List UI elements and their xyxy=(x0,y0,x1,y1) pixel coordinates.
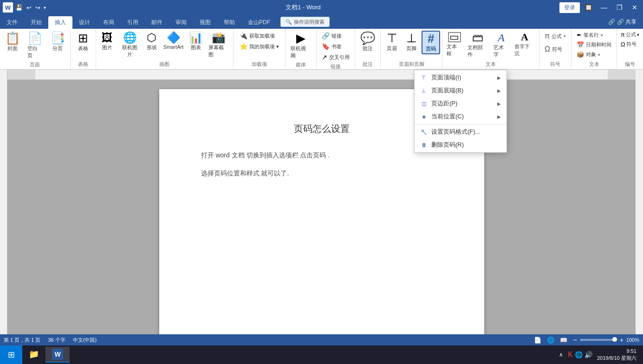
page-break-button[interactable]: 📑 分页 xyxy=(47,31,68,53)
doc-parts-button[interactable]: 🗃 文档部件 xyxy=(465,31,490,59)
object-button[interactable]: 📦 对象 ▾ xyxy=(573,50,615,59)
ribbon-group-addin: 🔌 获取加载项 ⭐ 我的加载项 ▾ 加载项 xyxy=(234,29,286,69)
date-display: 2019/8/10 星期六 xyxy=(597,355,637,362)
tab-layout[interactable]: 布局 xyxy=(97,16,121,29)
menu-item-current-label: 当前位置(C) xyxy=(431,112,494,121)
hyperlink-button[interactable]: 🔗 链接 xyxy=(318,31,353,41)
view-mode-read[interactable]: 📖 xyxy=(560,337,567,344)
zoom-in-button[interactable]: + xyxy=(620,336,624,344)
symbol-button[interactable]: Ω 符号 xyxy=(541,44,565,55)
cover-label: 封面 xyxy=(7,45,18,52)
cross-ref-button[interactable]: ↗ 交叉引用 xyxy=(318,52,353,62)
equation-icon: π xyxy=(545,32,550,40)
numbering-top-button[interactable]: π 公式 ▾ xyxy=(619,31,641,39)
zoom-slider-track[interactable] xyxy=(580,339,617,341)
language-status[interactable]: 中文(中国) xyxy=(73,337,97,344)
view-mode-web[interactable]: 🌐 xyxy=(547,337,554,344)
screenshot-button[interactable]: 📸 屏幕截图 xyxy=(206,31,231,59)
taskbar-item-word[interactable]: W xyxy=(45,347,70,363)
bookmark-button[interactable]: 🔖 书签 xyxy=(318,41,353,52)
taskbar-item-explorer[interactable]: 📁 xyxy=(22,347,45,362)
tab-insert[interactable]: 插入 xyxy=(48,16,72,29)
tab-review[interactable]: 审阅 xyxy=(169,16,193,29)
menu-separator xyxy=(415,124,507,124)
word-status-bar: 第 1 页，共 1 页 36 个字 中文(中国) 📄 🌐 📖 − + 100% xyxy=(0,334,643,345)
page-count-status: 第 1 页，共 1 页 xyxy=(4,337,40,344)
menu-item-margin[interactable]: ◫ 页边距(P) ▶ xyxy=(415,97,507,110)
cover-button[interactable]: 📋 封面 xyxy=(2,31,23,53)
zoom-out-button[interactable]: − xyxy=(573,336,577,344)
document-paragraph-2[interactable]: 选择页码位置和样式 就可以了. xyxy=(201,166,442,181)
symbols-group-label: 符号 xyxy=(541,61,569,69)
get-addin-label: 获取加载项 xyxy=(249,32,275,39)
tab-start[interactable]: 开始 xyxy=(24,16,48,29)
online-picture-button[interactable]: 🌐 联机图片 xyxy=(117,31,143,59)
svg-rect-0 xyxy=(7,70,636,80)
comment-button[interactable]: 💬 批注 xyxy=(357,31,378,53)
ribbon-group-header-footer: ⊤ 页眉 ⊥ 页脚 # 页码 页眉和页脚 xyxy=(381,29,442,69)
menu-item-top[interactable]: ⊤ 页面顶端(I) ▶ xyxy=(415,71,507,84)
smartart-button[interactable]: 🔷 SmartArt xyxy=(161,31,186,51)
ribbon-group-page: 📋 封面 📄 空白页 📑 分页 页面 xyxy=(0,29,71,69)
signature-line-button[interactable]: ✒ 签名行 ▾ xyxy=(573,31,615,39)
doc-parts-icon: 🗃 xyxy=(472,32,483,43)
table-button[interactable]: ⊞ 表格 xyxy=(72,31,94,53)
menu-item-format[interactable]: 🔧 设置页码格式(F)... xyxy=(415,125,507,138)
document-area: 页码怎么设置 打开 word 文档 切换到插入选项栏 点击页码 . 选择页码位置… xyxy=(7,80,636,334)
tab-view[interactable]: 视图 xyxy=(193,16,217,29)
minimize-button[interactable]: — xyxy=(597,3,611,12)
qat-dropdown[interactable]: ▾ xyxy=(43,4,47,11)
date-time-button[interactable]: 📅 日期和时间 xyxy=(573,40,615,49)
blank-page-button[interactable]: 📄 空白页 xyxy=(24,31,46,60)
object-icon: 📦 xyxy=(577,51,584,58)
clock-tray[interactable]: 9:51 2019/8/10 星期六 xyxy=(594,347,639,363)
ribbon-display-options[interactable]: 🔲 xyxy=(582,3,595,12)
qat-save[interactable]: 💾 xyxy=(14,3,24,12)
tab-file[interactable]: 文件 xyxy=(0,16,24,29)
my-addin-button[interactable]: ⭐ 我的加载项 ▾ xyxy=(235,41,283,52)
online-video-button[interactable]: ▶ 联机视频 xyxy=(287,31,314,60)
submenu-arrow-3: ▶ xyxy=(497,114,501,119)
chart-label: 图表 xyxy=(191,44,201,51)
footer-button[interactable]: ⊥ 页脚 xyxy=(402,31,421,53)
tab-help[interactable]: 帮助 xyxy=(217,16,241,29)
menu-item-top-label: 页面顶端(I) xyxy=(431,73,494,82)
qat-undo[interactable]: ↩ xyxy=(25,3,33,12)
menu-item-remove[interactable]: 🗑 删除页码(R) xyxy=(415,138,507,151)
view-mode-print[interactable]: 📄 xyxy=(534,337,541,344)
close-button[interactable]: ✕ xyxy=(628,3,641,12)
login-button[interactable]: 登录 xyxy=(559,2,580,13)
zoom-controls[interactable]: − + 100% xyxy=(573,336,639,344)
numbering-bottom-button[interactable]: Ω 符号 xyxy=(619,40,641,48)
online-picture-icon: 🌐 xyxy=(123,32,137,43)
tab-design[interactable]: 设计 xyxy=(72,16,97,29)
word-taskbar-icon: W xyxy=(52,349,63,360)
network-tray-icon: 🌐 xyxy=(575,351,583,358)
picture-button[interactable]: 🖼 图片 xyxy=(98,31,117,52)
get-addin-button[interactable]: 🔌 获取加载项 xyxy=(235,31,283,41)
menu-item-bottom[interactable]: ⊥ 页面底端(B) ▶ xyxy=(415,84,507,97)
tray-up-arrow[interactable]: ∧ xyxy=(556,351,566,359)
tab-mailings[interactable]: 邮件 xyxy=(145,16,169,29)
equation-dropdown-icon: ▾ xyxy=(564,34,566,39)
dropcap-button[interactable]: A 首字下沉 xyxy=(512,31,537,58)
share-button[interactable]: 🔗🔗 共享 xyxy=(602,16,643,28)
tab-references[interactable]: 引用 xyxy=(121,16,145,29)
wordart-button[interactable]: A 艺术字 xyxy=(491,31,511,59)
menu-item-current[interactable]: ◈ 当前位置(C) ▶ xyxy=(415,110,507,123)
ribbon-search-box[interactable]: 🔍 操作说明搜索 xyxy=(280,17,330,27)
equation-button[interactable]: π 公式 ▾ xyxy=(541,31,569,42)
page-margin-icon: ◫ xyxy=(420,100,428,107)
header-button[interactable]: ⊤ 页眉 xyxy=(383,31,401,53)
volume-tray-icon[interactable]: 🔊 xyxy=(585,351,592,358)
textbox-button[interactable]: ▭ 文本框 xyxy=(444,31,464,58)
shapes-label: 形状 xyxy=(147,44,157,51)
shapes-button[interactable]: ⬡ 形状 xyxy=(143,31,160,52)
page-number-button[interactable]: # 页码 xyxy=(422,31,440,54)
tab-kingsoft-pdf[interactable]: 金山PDF xyxy=(241,16,277,29)
document-paragraph-1[interactable]: 打开 word 文档 切换到插入选项栏 点击页码 . xyxy=(201,148,442,162)
maximize-button[interactable]: ❐ xyxy=(613,3,626,12)
start-button[interactable]: ⊞ xyxy=(0,345,22,364)
chart-button[interactable]: 📊 图表 xyxy=(187,31,205,52)
qat-redo[interactable]: ↪ xyxy=(34,3,42,12)
